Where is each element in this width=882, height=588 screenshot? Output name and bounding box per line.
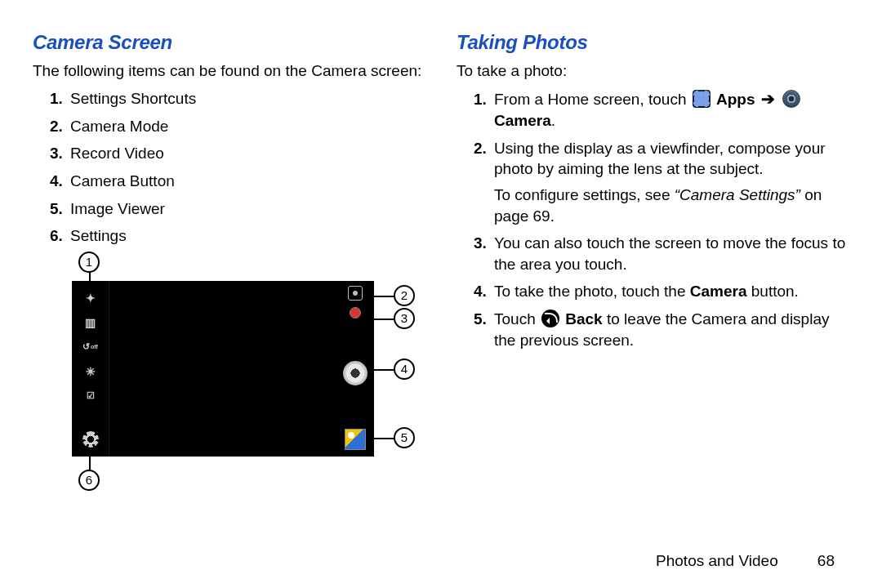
shortcut-icon: ✳ bbox=[79, 362, 102, 381]
step-text: button. bbox=[747, 283, 799, 300]
callout-lead bbox=[374, 296, 394, 297]
callout-lead bbox=[374, 318, 394, 320]
callout-lead bbox=[374, 369, 394, 371]
taking-photos-steps: From a Home screen, touch Apps ➔ Camera.… bbox=[468, 88, 849, 350]
shortcut-icon: ☑ bbox=[79, 386, 102, 406]
legend-item: Settings Shortcuts bbox=[67, 88, 425, 109]
legend-item: Camera Button bbox=[67, 171, 425, 192]
apps-grid-icon bbox=[693, 90, 710, 108]
camera-mode-icon bbox=[348, 286, 363, 301]
camera-button-label: Camera bbox=[690, 283, 747, 300]
image-viewer-thumbnail-icon bbox=[345, 429, 366, 450]
shortcut-icon: ▥ bbox=[79, 313, 102, 332]
page-footer: Photos and Video 68 bbox=[656, 552, 835, 570]
callout-circle: 1 bbox=[78, 252, 100, 273]
back-label: Back bbox=[565, 310, 602, 327]
camera-shutter-button-icon bbox=[343, 361, 368, 385]
punct: . bbox=[551, 112, 555, 129]
callout-lead bbox=[89, 273, 91, 281]
callout-circle: 5 bbox=[394, 427, 415, 448]
callout-circle: 3 bbox=[394, 308, 415, 329]
heading-camera-screen: Camera Screen bbox=[33, 31, 425, 54]
step-item: To take the photo, touch the Camera butt… bbox=[491, 281, 849, 302]
apps-label: Apps bbox=[716, 91, 755, 108]
legend-item: Settings bbox=[67, 225, 425, 247]
camera-app-icon bbox=[782, 90, 800, 108]
legend-item: Camera Mode bbox=[67, 116, 425, 137]
heading-taking-photos: Taking Photos bbox=[457, 31, 849, 54]
shortcut-icon: ↺off bbox=[79, 337, 102, 357]
step-text: From a Home screen, touch bbox=[494, 91, 691, 108]
reference-link-text: “Camera Settings” bbox=[675, 186, 800, 203]
record-video-icon bbox=[350, 307, 361, 318]
callout-circle: 4 bbox=[394, 359, 415, 380]
intro-text: The following items can be found on the … bbox=[33, 62, 425, 80]
step-item: Using the display as a viewfinder, compo… bbox=[491, 138, 849, 227]
manual-page: Camera Screen The following items can be… bbox=[0, 0, 882, 518]
intro-text: To take a photo: bbox=[457, 62, 849, 80]
legend-item: Image Viewer bbox=[67, 198, 425, 220]
camera-screenshot: ✦ ▥ ↺off ✳ ☑ bbox=[72, 281, 374, 457]
settings-shortcuts-strip: ✦ ▥ ↺off ✳ ☑ bbox=[72, 281, 109, 457]
step-text: Using the display as a viewfinder, compo… bbox=[494, 140, 826, 178]
callout-circle: 6 bbox=[78, 470, 100, 491]
footer-page-number: 68 bbox=[797, 552, 835, 570]
step-text: To take the photo, touch the bbox=[494, 283, 690, 300]
step-subtext: To configure settings, see “Camera Setti… bbox=[494, 185, 849, 226]
settings-gear-icon bbox=[79, 430, 102, 449]
shortcut-icon: ✦ bbox=[79, 288, 102, 308]
camera-screen-legend-list: Settings Shortcuts Camera Mode Record Vi… bbox=[44, 88, 425, 247]
right-column: Taking Photos To take a photo: From a Ho… bbox=[457, 31, 849, 510]
callout-lead bbox=[374, 438, 394, 439]
callout-circle: 2 bbox=[394, 285, 415, 306]
camera-screen-diagram: 1 ✦ ▥ ↺off ✳ ☑ bbox=[47, 256, 407, 510]
subtext: To configure settings, see bbox=[494, 186, 675, 203]
step-item: You can also touch the screen to move th… bbox=[491, 233, 849, 274]
camera-label: Camera bbox=[494, 112, 551, 129]
step-item: From a Home screen, touch Apps ➔ Camera. bbox=[491, 88, 849, 131]
callout-lead bbox=[89, 457, 91, 470]
step-item: Touch Back to leave the Camera and displ… bbox=[491, 309, 849, 350]
footer-section: Photos and Video bbox=[656, 552, 778, 569]
step-text: Touch bbox=[494, 310, 540, 327]
right-controls-strip bbox=[336, 281, 374, 457]
back-icon bbox=[541, 310, 559, 327]
legend-item: Record Video bbox=[67, 143, 425, 164]
left-column: Camera Screen The following items can be… bbox=[33, 31, 425, 510]
arrow-right-icon: ➔ bbox=[760, 90, 777, 108]
